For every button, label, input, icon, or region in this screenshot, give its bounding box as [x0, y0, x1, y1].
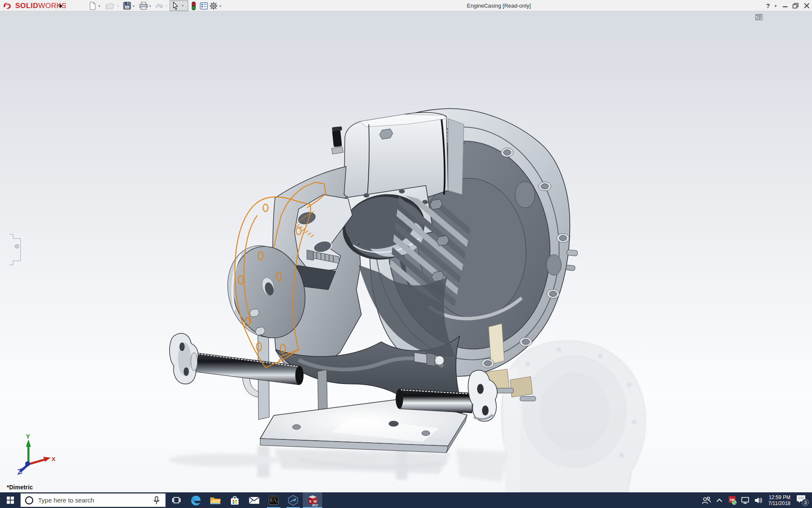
titlebar: SOLIDWORKS ▾ ▾ ▾ ▾ ▾: [0, 0, 812, 11]
restore-button[interactable]: [791, 2, 800, 10]
save-dropdown[interactable]: ▾: [133, 4, 136, 8]
undo-button[interactable]: [154, 1, 164, 11]
microphone-icon[interactable]: [153, 496, 160, 505]
command-prompt-icon: C:\_: [269, 495, 279, 505]
taskbar-search-input[interactable]: Type here to search: [20, 493, 166, 507]
action-center-button[interactable]: 3: [795, 494, 809, 506]
new-document-dropdown[interactable]: ▾: [99, 4, 102, 8]
dassault-systemes-icon: [3, 1, 14, 11]
floor-reflections: [168, 445, 507, 482]
feature-manager-collapsed-tab[interactable]: [9, 234, 20, 265]
engine-casing-model[interactable]: Y X: [0, 11, 812, 492]
open-dropdown[interactable]: ▾: [117, 4, 121, 8]
network-icon[interactable]: [741, 494, 751, 506]
save-button[interactable]: [122, 1, 132, 11]
cortana-icon: [25, 496, 34, 505]
sw-year: 2017: [312, 503, 318, 506]
options-gear-button[interactable]: [208, 1, 219, 11]
reference-triad: Y X: [18, 433, 55, 474]
svg-text:C:\_: C:\_: [270, 499, 278, 502]
svg-text:S: S: [309, 500, 312, 503]
people-icon[interactable]: [701, 494, 711, 506]
open-button[interactable]: [105, 1, 115, 11]
rebuild-traffic-light-icon[interactable]: [189, 1, 199, 11]
windows-taskbar: Type here to search: [0, 492, 812, 508]
store-button[interactable]: [225, 492, 244, 508]
command-prompt-button[interactable]: C:\_: [264, 492, 283, 508]
edge-icon: [190, 495, 201, 506]
minimize-button[interactable]: [781, 2, 789, 10]
options-dropdown[interactable]: ▾: [219, 4, 223, 8]
mail-icon: [249, 496, 260, 505]
graphics-viewport[interactable]: Y X *Dimetric: [0, 11, 812, 492]
print-dropdown[interactable]: ▾: [149, 4, 153, 8]
solidworks-2017-button[interactable]: S W 2017: [303, 492, 322, 508]
undo-dropdown[interactable]: ▾: [165, 4, 169, 8]
mail-button[interactable]: [244, 492, 264, 508]
task-view-button[interactable]: [167, 492, 186, 508]
display-settings-button[interactable]: [199, 1, 209, 11]
new-document-button[interactable]: [88, 1, 98, 11]
help-button[interactable]: ?: [764, 2, 772, 10]
solidworks-2017-icon: S W 2017: [306, 494, 319, 507]
select-tool-dropdown[interactable]: ▾: [182, 4, 185, 7]
select-tool-button[interactable]: [170, 1, 181, 11]
volume-icon[interactable]: [754, 494, 764, 506]
search-placeholder: Type here to search: [38, 497, 94, 504]
file-explorer-icon: [210, 496, 221, 505]
taskbar-clock[interactable]: 12:59 PM 7/11/2018: [767, 494, 793, 506]
windows-logo-icon: [7, 497, 14, 504]
sensor-plug: [332, 126, 343, 154]
file-explorer-button[interactable]: [206, 492, 225, 508]
task-view-icon: [172, 497, 181, 504]
hexagon-app-button[interactable]: [283, 492, 303, 508]
close-button[interactable]: [802, 2, 811, 10]
notification-badge: 3: [804, 500, 807, 505]
clock-time: 12:59 PM: [768, 494, 791, 500]
triad-x-label: X: [52, 456, 55, 462]
hexagon-app-icon: [288, 495, 299, 506]
system-tray: SW 12:59 PM 7/11/2018: [701, 492, 812, 508]
triad-y-label: Y: [26, 433, 30, 440]
clock-date: 7/11/2018: [768, 500, 791, 506]
ghost-part-reflection: [502, 341, 646, 492]
chevron-up-icon[interactable]: [714, 494, 724, 506]
store-icon: [230, 495, 240, 505]
toolbar-flyout-arrow[interactable]: [56, 0, 66, 11]
svg-text:W: W: [314, 500, 317, 503]
print-button[interactable]: [138, 1, 148, 11]
start-button[interactable]: [0, 492, 20, 508]
solidworks-window: SOLIDWORKS ▾ ▾ ▾ ▾ ▾: [0, 0, 812, 508]
solidworks-monitor-icon[interactable]: SW: [727, 494, 738, 506]
help-dropdown[interactable]: ▾: [771, 2, 780, 10]
view-orientation-label: *Dimetric: [7, 484, 33, 491]
edge-button[interactable]: [186, 492, 206, 508]
window-title: EngineCasing [Read-only]: [467, 3, 531, 9]
